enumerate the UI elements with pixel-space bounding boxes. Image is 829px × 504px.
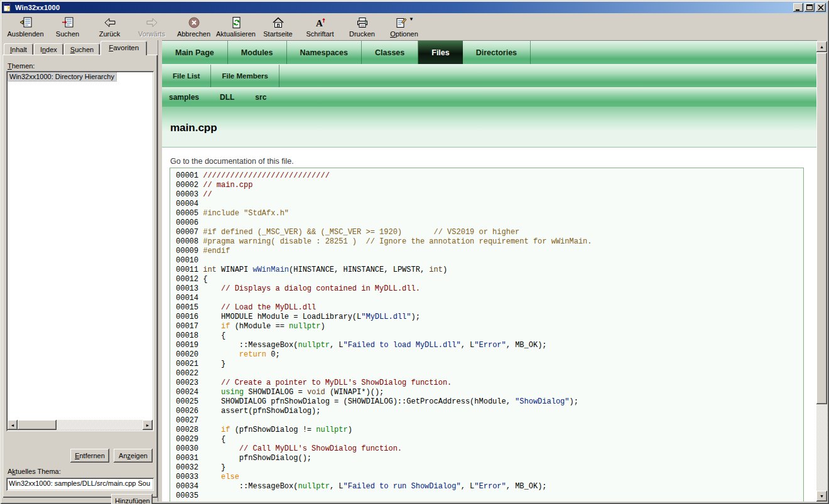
code-plain: { [203,275,207,284]
line-number: 00018 [176,331,203,340]
close-button[interactable] [816,3,826,12]
titlebar[interactable]: ? Win32xx1000 [2,2,827,13]
code-plain: WINAPI [217,265,253,274]
subtab-file-members[interactable]: File Members [211,65,279,87]
code-plain: assert(pfnShowDialog); [203,407,320,416]
code-keyword: nullptr [298,482,329,491]
topic-list-item[interactable]: Win32xx1000: Directory Hierarchy [8,72,116,81]
toolbar-label: Abbrechen [177,30,210,38]
vscroll-thumb[interactable] [816,53,827,404]
toolbar-button-aktualisieren[interactable]: Aktualisieren [215,14,257,42]
code-line: 00021 } [176,360,803,369]
locate-icon [61,16,75,29]
tab-namespaces[interactable]: Namespaces [287,41,362,64]
hide-icon [19,16,33,29]
code-plain: } [203,360,225,368]
sidebar-tab-index[interactable]: Index [34,43,63,55]
topics-listbox[interactable]: Win32xx1000: Directory Hierarchy ◄ ► [6,71,154,431]
line-number: 00019 [176,341,203,350]
code-line: 00015 // Load the MyDLL.dll [176,303,803,313]
code-keywordtype: void [307,388,325,397]
code-keyword: using [221,388,244,397]
tab-main-page[interactable]: Main Page [162,41,228,64]
code-plain [203,388,221,397]
code-preprocessor: #endif [203,247,230,255]
tab-modules[interactable]: Modules [228,41,287,64]
code-preprocessor: #include "StdAfx.h" [203,209,289,218]
toolbar-label: Suchen [56,30,79,38]
code-keywordflow: if [221,426,230,434]
topics-label: Themen: [8,62,35,70]
line-number: 00007 [176,228,203,237]
toolbar-label: Zurück [99,30,121,38]
line-number: 00003 [176,190,203,199]
code-plain: { [203,331,225,340]
code-line: 00017 if (hModule == nullptr) [176,322,803,331]
line-number: 00011 [176,265,203,274]
maximize-button[interactable] [805,3,815,12]
code-plain: SHOWDIALOG = [244,388,307,397]
toolbar-button-optionen[interactable]: ▼Optionen [383,14,425,42]
code-line: 00011 int WINAPI wWinMain(HINSTANCE, HIN… [176,265,803,275]
line-number: 00002 [176,181,203,190]
toolbar-button-schriftart[interactable]: ASchriftart [299,14,341,42]
code-symbol-link[interactable]: wWinMain [252,265,289,274]
content-vscrollbar[interactable]: ▲ ▼ [816,41,827,501]
code-plain: { [203,435,225,444]
scroll-up-icon[interactable]: ▲ [816,41,827,52]
breadcrumb-dll[interactable]: DLL [214,93,241,102]
sidebar-tab-favoriten[interactable]: Favoriten [100,41,147,55]
scroll-left-icon[interactable]: ◄ [8,420,18,430]
topics-hscrollbar[interactable]: ◄ ► [8,420,153,430]
display-button[interactable]: Anzeigen [114,449,153,463]
breadcrumb-samples[interactable]: samples [163,93,205,102]
goto-documentation-link[interactable]: Go to the documentation of this file. [170,157,817,166]
tab-files[interactable]: Files [418,41,463,64]
toolbar-button-suchen[interactable]: Suchen [46,14,89,42]
code-stringliteral: "Failed to load MyDLL.dll" [343,341,460,350]
code-plain: ::MessageBox( [203,482,298,491]
code-line: 00029 { [176,435,803,444]
line-number: 00033 [176,473,203,481]
sidebar-tab-inhalt[interactable]: Inhalt [4,43,33,55]
scroll-right-icon[interactable]: ► [143,420,153,430]
line-number: 00025 [176,397,203,406]
line-number: 00024 [176,388,203,397]
code-comment: // Create a pointer to MyDLL's ShowDialo… [221,378,452,387]
line-number: 00020 [176,350,203,359]
scroll-down-icon[interactable]: ▼ [816,491,827,501]
code-plain [203,426,221,434]
code-plain: , L [461,341,475,350]
print-icon [355,16,369,29]
toolbar-label: Schriftart [306,30,333,38]
minimize-button[interactable] [793,3,803,12]
toolbar-button-ausblenden[interactable]: Ausblenden [4,14,46,42]
hscroll-track[interactable] [18,420,143,430]
code-line: 00034 ::MessageBox(nullptr, L"Failed to … [176,482,803,491]
code-plain: , L [461,482,475,491]
line-number: 00015 [176,303,203,312]
toolbar-button-drucken[interactable]: Drucken [341,14,383,42]
code-comment: // main.cpp [203,181,252,190]
code-line: 00028 if (pfnShowDialog != nullptr) [176,426,803,435]
remove-button[interactable]: Entfernen [70,449,109,463]
dropdown-arrow-icon[interactable]: ▼ [409,16,414,22]
sidebar-tab-suchen[interactable]: Suchen [64,43,100,55]
toolbar-button-abbrechen[interactable]: Abbrechen [173,14,215,42]
tab-directories[interactable]: Directories [463,41,531,64]
tab-classes[interactable]: Classes [362,41,418,64]
home-icon [271,16,285,29]
line-number: 00016 [176,313,203,321]
app-icon: ? [3,3,13,13]
subtab-file-list[interactable]: File List [162,65,211,87]
svg-text:A: A [316,18,323,28]
toolbar: AusblendenSuchenZurückVorwärtsAbbrechenA… [2,13,827,42]
code-line: 00023 // Create a pointer to MyDLL's Sho… [176,378,803,388]
current-topic-field[interactable]: Win32xx1000: samples/DLL/src/main.cpp So… [6,478,154,491]
toolbar-button-startseite[interactable]: Startseite [257,14,299,42]
hscroll-thumb[interactable] [18,420,57,430]
breadcrumb-src[interactable]: src [249,93,273,102]
code-comment: // Call MyDLL's ShowDialog function. [239,444,402,453]
add-button[interactable]: Hinzufügen [111,494,153,504]
toolbar-button-zurck[interactable]: Zurück [89,14,131,42]
